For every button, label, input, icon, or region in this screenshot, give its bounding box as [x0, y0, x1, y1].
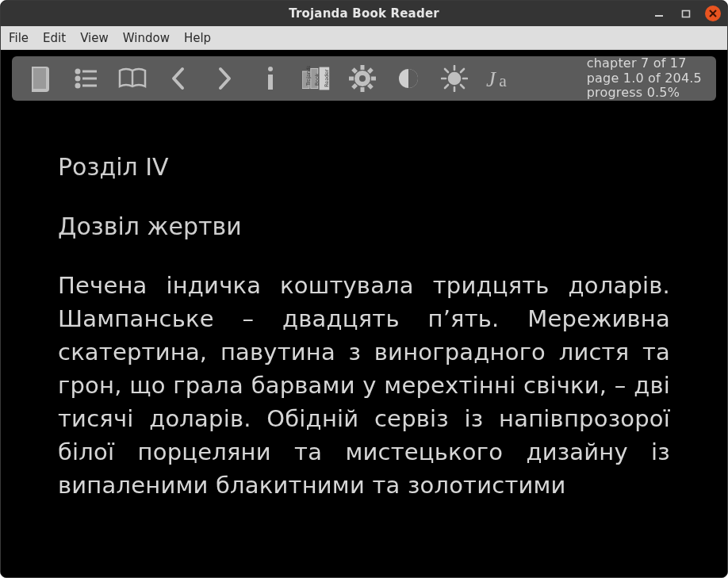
open-book-button[interactable] [26, 64, 55, 93]
two-page-button[interactable] [118, 64, 147, 93]
chapter-subtitle: Дозвіл жертви [58, 212, 670, 240]
chevron-left-icon [170, 67, 187, 90]
svg-point-29 [359, 75, 366, 82]
svg-rect-4 [33, 68, 46, 89]
reading-status: chapter 7 of 17 page 1.0 of 204.5 progre… [587, 56, 702, 100]
contrast-icon [397, 67, 420, 90]
svg-rect-22 [361, 87, 365, 92]
svg-point-31 [449, 73, 460, 84]
two-page-icon [118, 67, 147, 90]
svg-rect-21 [361, 65, 365, 70]
toc-list-icon [75, 68, 98, 89]
typography-button[interactable]: J a [486, 64, 515, 93]
svg-text:Book: Book [314, 73, 320, 86]
svg-rect-23 [349, 77, 354, 81]
svg-rect-27 [351, 67, 358, 74]
menu-window[interactable]: Window [123, 31, 170, 45]
brightness-icon [441, 65, 468, 92]
toc-button[interactable] [72, 64, 101, 93]
toolbar: Trojanda Book Reader [12, 56, 716, 101]
body-paragraph: Печена індичка коштувала тридцять доларі… [58, 269, 670, 502]
app-logo-button[interactable]: Trojanda Book Reader [302, 64, 331, 93]
settings-button[interactable] [348, 64, 377, 93]
contrast-button[interactable] [394, 64, 423, 93]
svg-rect-13 [268, 75, 273, 90]
svg-point-12 [268, 67, 273, 71]
maximize-button[interactable] [678, 6, 694, 21]
svg-text:Trojanda: Trojanda [305, 66, 312, 86]
brightness-button[interactable] [440, 64, 469, 93]
menubar: File Edit View Window Help [1, 26, 727, 50]
svg-text:a: a [499, 71, 507, 90]
maximize-icon [681, 9, 691, 18]
svg-rect-28 [367, 83, 374, 90]
svg-line-39 [445, 85, 448, 88]
status-progress: progress 0.5% [587, 86, 702, 100]
svg-line-36 [445, 69, 448, 72]
gear-icon [349, 65, 376, 92]
status-chapter: chapter 7 of 17 [587, 56, 702, 71]
minimize-icon [654, 9, 664, 18]
menu-file[interactable]: File [9, 31, 29, 45]
status-page: page 1.0 of 204.5 [587, 71, 702, 86]
minimize-button[interactable] [651, 6, 667, 21]
svg-rect-1 [683, 11, 690, 17]
svg-rect-24 [371, 77, 376, 81]
svg-point-7 [76, 77, 79, 80]
window-title: Trojanda Book Reader [1, 6, 727, 21]
info-icon [266, 66, 275, 91]
svg-rect-25 [367, 67, 374, 74]
svg-point-5 [76, 70, 79, 73]
titlebar: Trojanda Book Reader [1, 1, 727, 26]
app-logo-icon: Trojanda Book Reader [302, 66, 331, 91]
svg-line-38 [461, 69, 464, 72]
svg-rect-26 [351, 83, 358, 90]
prev-page-button[interactable] [164, 64, 193, 93]
svg-text:J: J [486, 67, 497, 91]
close-button[interactable] [705, 6, 721, 21]
open-book-icon [29, 65, 52, 92]
close-icon [708, 9, 718, 18]
chapter-title: Розділ IV [58, 153, 670, 181]
app-window: Trojanda Book Reader File Edit View Wind… [0, 0, 728, 578]
typography-icon: J a [486, 65, 515, 92]
menu-help[interactable]: Help [184, 31, 211, 45]
next-page-button[interactable] [210, 64, 239, 93]
info-button[interactable] [256, 64, 285, 93]
svg-point-9 [76, 84, 79, 87]
svg-text:Reader: Reader [324, 69, 329, 87]
svg-line-37 [461, 85, 464, 88]
window-controls [651, 1, 721, 26]
chevron-right-icon [216, 67, 233, 90]
reader-content[interactable]: Розділ IV Дозвіл жертви Печена індичка к… [1, 109, 727, 577]
menu-edit[interactable]: Edit [43, 31, 66, 45]
toolbar-wrap: Trojanda Book Reader [1, 50, 727, 109]
menu-view[interactable]: View [80, 31, 109, 45]
